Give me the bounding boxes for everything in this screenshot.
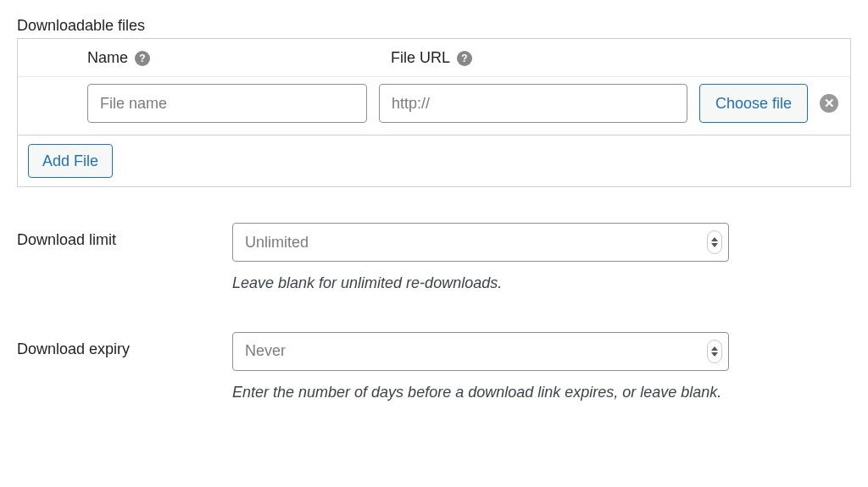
- download-expiry-stepper: [232, 332, 729, 371]
- download-expiry-help: Enter the number of days before a downlo…: [232, 379, 729, 406]
- url-header-text: File URL: [391, 49, 450, 67]
- download-expiry-row: Download expiry Enter the number of days…: [17, 332, 851, 406]
- download-limit-stepper: [232, 223, 729, 262]
- stepper-arrows: [707, 230, 722, 254]
- download-expiry-input[interactable]: [232, 332, 729, 371]
- download-limit-row: Download limit Leave blank for unlimited…: [17, 223, 851, 296]
- files-footer: Add File: [18, 135, 850, 186]
- download-expiry-label: Download expiry: [17, 332, 232, 358]
- file-row: Choose file ✕: [87, 77, 838, 123]
- files-input-row-wrap: Choose file ✕: [18, 76, 850, 135]
- downloadable-files-box: Name ? File URL ? Choose file ✕ Add File: [17, 38, 851, 187]
- url-column-header: File URL ?: [391, 49, 838, 67]
- choose-file-button[interactable]: Choose file: [699, 84, 808, 123]
- downloadable-files-label: Downloadable files: [17, 17, 851, 35]
- name-header-text: Name: [87, 49, 128, 67]
- chevron-down-icon[interactable]: [711, 352, 718, 357]
- chevron-up-icon[interactable]: [711, 237, 718, 241]
- file-url-input[interactable]: [379, 84, 687, 123]
- name-column-header: Name ?: [87, 49, 379, 67]
- add-file-button[interactable]: Add File: [28, 144, 113, 178]
- chevron-down-icon[interactable]: [711, 243, 718, 247]
- remove-file-icon[interactable]: ✕: [820, 94, 838, 113]
- download-limit-help: Leave blank for unlimited re-downloads.: [232, 270, 729, 296]
- help-icon[interactable]: ?: [135, 51, 150, 66]
- download-limit-label: Download limit: [17, 223, 232, 249]
- chevron-up-icon[interactable]: [711, 346, 718, 351]
- file-name-input[interactable]: [87, 84, 367, 123]
- stepper-arrows: [707, 340, 722, 363]
- help-icon[interactable]: ?: [457, 51, 472, 66]
- download-limit-input[interactable]: [232, 223, 729, 262]
- files-header-row: Name ? File URL ?: [18, 39, 850, 77]
